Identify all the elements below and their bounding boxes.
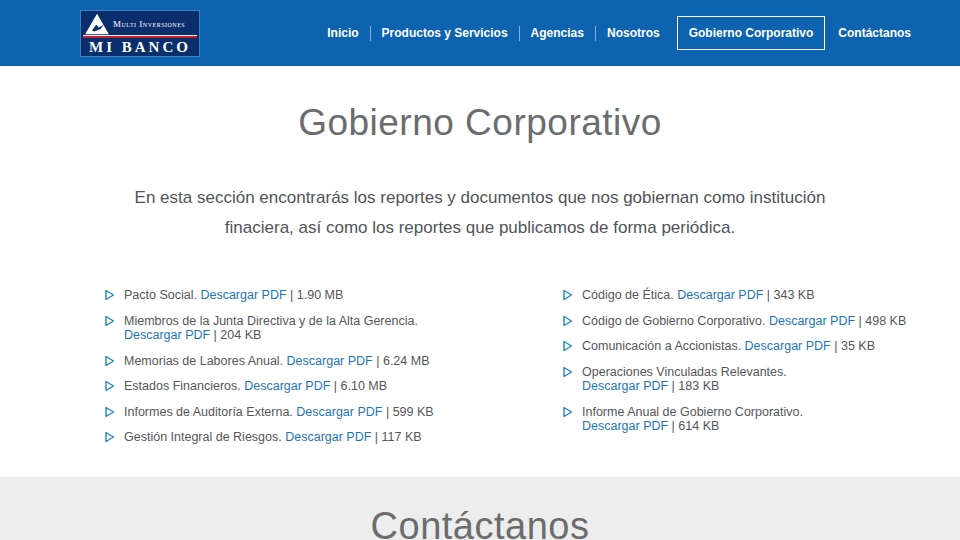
nav-item-gobierno-corporativo[interactable]: Gobierno Corporativo — [677, 16, 826, 50]
page-title: Gobierno Corporativo — [0, 103, 960, 143]
triangle-bullet-icon — [563, 406, 573, 418]
nav-item-nosotros[interactable]: Nosotros — [596, 26, 671, 40]
bank-logo[interactable]: Multi Inversiones MI BANCO — [80, 10, 200, 57]
document-item: Gestión Integral de Riesgos. Descargar P… — [105, 430, 563, 445]
document-name: Informes de Auditoría Externa. — [124, 405, 296, 419]
document-name: Operaciones Vinculadas Relevantes. — [582, 365, 787, 379]
footer-section: Contáctanos — [0, 477, 960, 540]
document-item: Código de Gobierno Corporativo. Descarga… — [563, 314, 953, 329]
triangle-bullet-icon — [563, 289, 573, 301]
document-name: Gestión Integral de Riesgos. — [124, 430, 285, 444]
logo-top-row: Multi Inversiones — [81, 11, 199, 35]
document-size: | 343 KB — [763, 288, 814, 302]
document-size: | 204 KB — [210, 328, 261, 342]
download-pdf-link[interactable]: Descargar PDF — [124, 328, 210, 342]
triangle-bullet-icon — [105, 355, 115, 367]
document-item: Memorias de Labores Anual. Descargar PDF… — [105, 354, 563, 369]
document-name: Comunicación a Accionistas. — [582, 339, 745, 353]
intro-text: En esta sección encontrarás los reportes… — [0, 183, 960, 243]
document-item: Informe Anual de Gobierno Corporativo. D… — [563, 405, 953, 434]
download-pdf-link[interactable]: Descargar PDF — [677, 288, 763, 302]
triangle-bullet-icon — [105, 289, 115, 301]
triangle-bullet-icon — [563, 340, 573, 352]
mountain-dove-logo-icon — [84, 13, 110, 35]
download-pdf-link[interactable]: Descargar PDF — [582, 379, 668, 393]
document-name: Informe Anual de Gobierno Corporativo. — [582, 405, 803, 419]
nav-item-contactanos[interactable]: Contáctanos — [827, 26, 922, 40]
download-pdf-link[interactable]: Descargar PDF — [287, 354, 373, 368]
document-item: Operaciones Vinculadas Relevantes. Desca… — [563, 365, 953, 394]
triangle-bullet-icon — [105, 380, 115, 392]
documents-column-right: Código de Ética. Descargar PDF | 343 KB … — [563, 288, 953, 456]
document-name: Pacto Social. — [124, 288, 200, 302]
document-size: | 6.24 MB — [373, 354, 430, 368]
document-item: Estados Financieros. Descargar PDF | 6.1… — [105, 379, 563, 394]
main-nav: Inicio Productos y Servicios Agencias No… — [316, 0, 922, 66]
document-size: | 1.90 MB — [287, 288, 344, 302]
document-item: Código de Ética. Descargar PDF | 343 KB — [563, 288, 953, 303]
header-bar: Multi Inversiones MI BANCO Inicio Produc… — [0, 0, 960, 66]
triangle-bullet-icon — [105, 406, 115, 418]
document-name: Estados Financieros. — [124, 379, 244, 393]
download-pdf-link[interactable]: Descargar PDF — [745, 339, 831, 353]
nav-item-productos-y-servicios[interactable]: Productos y Servicios — [371, 26, 519, 40]
document-item: Comunicación a Accionistas. Descargar PD… — [563, 339, 953, 354]
download-pdf-link[interactable]: Descargar PDF — [285, 430, 371, 444]
download-pdf-link[interactable]: Descargar PDF — [769, 314, 855, 328]
triangle-bullet-icon — [563, 315, 573, 327]
triangle-bullet-icon — [105, 315, 115, 327]
document-name: Código de Ética. — [582, 288, 677, 302]
document-size: | 614 KB — [668, 419, 719, 433]
document-size: | 183 KB — [668, 379, 719, 393]
document-item: Informes de Auditoría Externa. Descargar… — [105, 405, 563, 420]
nav-item-inicio[interactable]: Inicio — [316, 26, 369, 40]
download-pdf-link[interactable]: Descargar PDF — [200, 288, 286, 302]
logo-bank-name: MI BANCO — [81, 38, 199, 56]
document-name: Memorias de Labores Anual. — [124, 354, 287, 368]
document-item: Miembros de la Junta Directiva y de la A… — [105, 314, 563, 343]
document-name: Miembros de la Junta Directiva y de la A… — [124, 314, 418, 328]
intro-line-1: En esta sección encontrarás los reportes… — [0, 183, 960, 213]
intro-line-2: finaciera, así como los reportes que pub… — [0, 213, 960, 243]
document-size: | 6.10 MB — [330, 379, 387, 393]
footer-title: Contáctanos — [0, 505, 960, 540]
documents-section: Pacto Social. Descargar PDF | 1.90 MB Mi… — [105, 288, 960, 456]
triangle-bullet-icon — [105, 431, 115, 443]
document-size: | 599 KB — [382, 405, 433, 419]
triangle-bullet-icon — [563, 366, 573, 378]
document-size: | 498 KB — [855, 314, 906, 328]
logo-top-text: Multi Inversiones — [113, 19, 185, 29]
download-pdf-link[interactable]: Descargar PDF — [296, 405, 382, 419]
nav-item-agencias[interactable]: Agencias — [520, 26, 595, 40]
document-item: Pacto Social. Descargar PDF | 1.90 MB — [105, 288, 563, 303]
download-pdf-link[interactable]: Descargar PDF — [582, 419, 668, 433]
documents-column-left: Pacto Social. Descargar PDF | 1.90 MB Mi… — [105, 288, 563, 456]
download-pdf-link[interactable]: Descargar PDF — [244, 379, 330, 393]
document-size: | 35 KB — [831, 339, 875, 353]
document-size: | 117 KB — [371, 430, 421, 444]
document-name: Código de Gobierno Corporativo. — [582, 314, 769, 328]
